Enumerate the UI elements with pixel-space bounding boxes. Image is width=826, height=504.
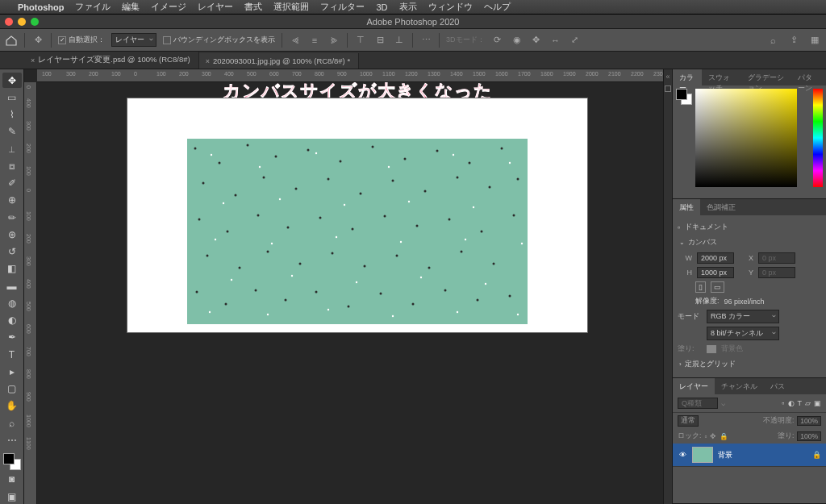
- minimize-window-icon[interactable]: [18, 18, 26, 26]
- blur-tool[interactable]: ◍: [2, 295, 22, 310]
- tab-gradients[interactable]: グラデーション: [741, 69, 791, 85]
- tab-layers[interactable]: レイヤー: [673, 378, 715, 394]
- fill-opacity-input[interactable]: 100%: [797, 431, 821, 441]
- bit-depth-dropdown[interactable]: 8 bit/チャンネル: [707, 327, 779, 340]
- layer-filter-input[interactable]: [678, 398, 718, 409]
- menu-image[interactable]: イメージ: [151, 1, 186, 13]
- orientation-portrait-icon[interactable]: ▯: [695, 281, 706, 293]
- lock-all-icon[interactable]: 🔒: [720, 432, 728, 440]
- filter-image-icon[interactable]: ▫: [782, 399, 784, 407]
- orientation-landscape-icon[interactable]: ▭: [711, 281, 724, 293]
- tab-color[interactable]: カラー: [673, 69, 702, 85]
- shape-tool[interactable]: ▢: [2, 381, 22, 397]
- blend-mode-dropdown[interactable]: 通常: [678, 415, 699, 427]
- eyedropper-tool[interactable]: ✐: [2, 176, 22, 191]
- align-top-icon[interactable]: ⊤: [354, 34, 367, 47]
- close-tab-icon[interactable]: ×: [206, 57, 210, 65]
- crop-tool[interactable]: ⟂: [2, 141, 22, 156]
- canvas-section[interactable]: ⌄カンバス: [678, 234, 821, 251]
- search-icon[interactable]: ⌕: [766, 34, 779, 47]
- ruler-vertical[interactable]: 0 400 300 200 100 0 100 200 300 400 500 …: [24, 82, 37, 504]
- align-center-v-icon[interactable]: ⊟: [373, 34, 386, 47]
- color-swatches[interactable]: [3, 453, 21, 470]
- zoom-window-icon[interactable]: [31, 18, 39, 26]
- lasso-tool[interactable]: ⌇: [2, 107, 22, 123]
- document-button[interactable]: ドキュメント: [685, 222, 728, 232]
- resolution-value[interactable]: 96 pixel/inch: [724, 298, 765, 306]
- hand-tool[interactable]: ✋: [2, 398, 22, 414]
- 3d-scale-icon[interactable]: ⤢: [569, 34, 582, 47]
- filter-adjust-icon[interactable]: ◐: [788, 399, 795, 407]
- auto-select-dropdown[interactable]: レイヤー: [111, 33, 156, 47]
- filter-type-icon[interactable]: T: [798, 399, 803, 407]
- bounding-box-checkbox[interactable]: バウンディングボックスを表示: [163, 35, 275, 45]
- 3d-orbit-icon[interactable]: ⟳: [491, 34, 504, 47]
- menu-edit[interactable]: 編集: [122, 1, 140, 13]
- screen-mode-icon[interactable]: ▣: [2, 489, 22, 504]
- color-mode-dropdown[interactable]: RGB カラー: [707, 310, 779, 323]
- history-brush-tool[interactable]: ↺: [2, 244, 22, 260]
- menu-3d[interactable]: 3D: [376, 2, 387, 12]
- align-left-icon[interactable]: ⫷: [289, 34, 302, 47]
- height-input[interactable]: 1000 px: [697, 267, 734, 278]
- align-center-h-icon[interactable]: ≡: [308, 34, 321, 47]
- menu-view[interactable]: 表示: [399, 1, 417, 13]
- hue-slider[interactable]: [813, 89, 823, 187]
- close-tab-icon[interactable]: ×: [31, 56, 35, 65]
- canvas[interactable]: [127, 98, 587, 332]
- rulers-grid-section[interactable]: ›定規とグリッド: [678, 356, 821, 373]
- close-window-icon[interactable]: [5, 18, 13, 26]
- align-bottom-icon[interactable]: ⊥: [393, 34, 406, 47]
- pen-tool[interactable]: ✒: [2, 330, 22, 345]
- lock-pixels-icon[interactable]: ▫: [704, 432, 707, 440]
- menu-file[interactable]: ファイル: [75, 1, 111, 13]
- move-tool[interactable]: ✥: [2, 73, 22, 88]
- quick-select-tool[interactable]: ✎: [2, 124, 22, 140]
- brush-tool[interactable]: ✏: [2, 210, 22, 225]
- tab-adjustments[interactable]: 色調補正: [700, 199, 742, 215]
- gradient-tool[interactable]: ▬: [2, 278, 22, 294]
- dodge-tool[interactable]: ◐: [2, 313, 22, 328]
- y-input[interactable]: 0 px: [758, 267, 795, 278]
- tab-properties[interactable]: 属性: [673, 199, 700, 215]
- opacity-input[interactable]: 100%: [797, 416, 821, 426]
- 3d-pan-icon[interactable]: ✥: [530, 34, 543, 47]
- 3d-slide-icon[interactable]: ↔: [549, 34, 562, 47]
- panel-icon[interactable]: [665, 85, 671, 92]
- menu-window[interactable]: ウィンドウ: [428, 1, 473, 13]
- tab-swatches[interactable]: スウォッチ: [702, 69, 741, 85]
- menu-filter[interactable]: フィルター: [320, 1, 365, 13]
- path-select-tool[interactable]: ▸: [2, 364, 22, 379]
- layer-thumbnail[interactable]: [692, 447, 713, 463]
- document-tab[interactable]: ×レイヤーサイズ変更.psd @ 100% (RC8/8#): [24, 52, 199, 69]
- marquee-tool[interactable]: ▭: [2, 90, 22, 105]
- healing-tool[interactable]: ⊕: [2, 193, 22, 208]
- tab-patterns[interactable]: パターン: [791, 69, 826, 85]
- eraser-tool[interactable]: ◧: [2, 261, 22, 277]
- menu-type[interactable]: 書式: [244, 1, 262, 13]
- distribute-icon[interactable]: ⋯: [419, 34, 432, 47]
- color-field[interactable]: [695, 89, 797, 187]
- menu-select[interactable]: 選択範囲: [273, 1, 309, 13]
- ruler-horizontal[interactable]: 100 300 200 100 0 100 200 300 400 500 60…: [37, 69, 663, 82]
- document-tab[interactable]: ×2020093001.jpg.jpg @ 100% (RC8/8#) *: [199, 53, 359, 69]
- edit-toolbar-icon[interactable]: ⋯: [2, 432, 22, 448]
- home-icon[interactable]: [5, 34, 18, 47]
- color-picker[interactable]: [673, 85, 826, 198]
- frame-tool[interactable]: ⧈: [2, 158, 22, 173]
- quick-mask-icon[interactable]: ◙: [2, 472, 22, 487]
- tab-paths[interactable]: パス: [764, 378, 791, 394]
- stamp-tool[interactable]: ⊛: [2, 227, 22, 242]
- auto-select-checkbox[interactable]: 自動選択：: [58, 35, 105, 45]
- layer-row[interactable]: 👁 背景 🔒: [673, 444, 826, 467]
- type-tool[interactable]: T: [2, 347, 22, 362]
- visibility-icon[interactable]: 👁: [678, 451, 687, 459]
- menu-app[interactable]: Photoshop: [18, 2, 64, 12]
- share-icon[interactable]: ⇪: [787, 34, 800, 47]
- expand-panels-icon[interactable]: «: [665, 73, 670, 81]
- filter-shape-icon[interactable]: ▱: [805, 399, 811, 407]
- workspace-icon[interactable]: ▦: [808, 34, 821, 47]
- 3d-roll-icon[interactable]: ◉: [511, 34, 524, 47]
- menu-help[interactable]: ヘルプ: [484, 1, 511, 13]
- zoom-tool[interactable]: ⌕: [2, 415, 22, 431]
